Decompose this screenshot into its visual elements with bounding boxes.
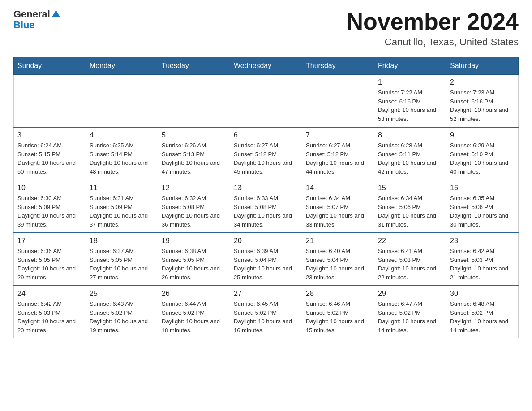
day-number: 2 xyxy=(450,78,515,86)
logo: General Blue xyxy=(13,9,60,30)
calendar-day-header: Wednesday xyxy=(230,57,302,75)
calendar-day-cell: 3Sunrise: 6:24 AMSunset: 5:15 PMDaylight… xyxy=(14,127,86,180)
day-info: Sunrise: 6:31 AMSunset: 5:09 PMDaylight:… xyxy=(90,194,154,229)
day-number: 29 xyxy=(378,290,442,298)
day-info: Sunrise: 7:22 AMSunset: 6:16 PMDaylight:… xyxy=(378,88,442,123)
calendar-day-cell: 25Sunrise: 6:43 AMSunset: 5:02 PMDayligh… xyxy=(86,286,158,338)
calendar-day-cell: 29Sunrise: 6:47 AMSunset: 5:02 PMDayligh… xyxy=(374,286,446,338)
day-info: Sunrise: 6:42 AMSunset: 5:03 PMDaylight:… xyxy=(17,300,82,334)
calendar-day-cell: 26Sunrise: 6:44 AMSunset: 5:02 PMDayligh… xyxy=(158,286,230,338)
day-info: Sunrise: 6:43 AMSunset: 5:02 PMDaylight:… xyxy=(90,300,154,334)
day-number: 6 xyxy=(234,131,298,139)
day-info: Sunrise: 6:28 AMSunset: 5:11 PMDaylight:… xyxy=(378,141,442,176)
calendar-day-cell: 10Sunrise: 6:30 AMSunset: 5:09 PMDayligh… xyxy=(14,180,86,233)
day-number: 8 xyxy=(378,131,442,139)
day-number: 30 xyxy=(450,290,515,298)
day-info: Sunrise: 6:35 AMSunset: 5:06 PMDaylight:… xyxy=(450,194,515,229)
day-info: Sunrise: 6:46 AMSunset: 5:02 PMDaylight:… xyxy=(306,300,370,334)
day-info: Sunrise: 6:30 AMSunset: 5:09 PMDaylight:… xyxy=(17,194,82,229)
calendar-day-cell: 30Sunrise: 6:48 AMSunset: 5:02 PMDayligh… xyxy=(446,286,519,338)
day-info: Sunrise: 6:26 AMSunset: 5:13 PMDaylight:… xyxy=(162,141,226,176)
calendar-day-cell: 28Sunrise: 6:46 AMSunset: 5:02 PMDayligh… xyxy=(302,286,374,338)
calendar-day-cell: 17Sunrise: 6:36 AMSunset: 5:05 PMDayligh… xyxy=(14,233,86,286)
day-info: Sunrise: 7:23 AMSunset: 6:16 PMDaylight:… xyxy=(450,88,515,123)
day-number: 21 xyxy=(306,237,370,245)
day-info: Sunrise: 6:38 AMSunset: 5:05 PMDaylight:… xyxy=(162,247,226,282)
day-info: Sunrise: 6:29 AMSunset: 5:10 PMDaylight:… xyxy=(450,141,515,176)
day-info: Sunrise: 6:48 AMSunset: 5:02 PMDaylight:… xyxy=(450,300,515,334)
calendar-day-cell: 2Sunrise: 7:23 AMSunset: 6:16 PMDaylight… xyxy=(446,75,519,128)
day-number: 4 xyxy=(90,131,154,139)
day-number: 20 xyxy=(234,237,298,245)
day-number: 7 xyxy=(306,131,370,139)
day-number: 18 xyxy=(90,237,154,245)
calendar-day-cell: 16Sunrise: 6:35 AMSunset: 5:06 PMDayligh… xyxy=(446,180,519,233)
calendar-day-cell: 15Sunrise: 6:34 AMSunset: 5:06 PMDayligh… xyxy=(374,180,446,233)
calendar-day-cell: 23Sunrise: 6:42 AMSunset: 5:03 PMDayligh… xyxy=(446,233,519,286)
calendar-day-cell xyxy=(230,75,302,128)
calendar-day-header: Friday xyxy=(374,57,446,75)
calendar-day-cell: 13Sunrise: 6:33 AMSunset: 5:08 PMDayligh… xyxy=(230,180,302,233)
day-number: 1 xyxy=(378,78,442,86)
calendar-day-cell: 9Sunrise: 6:29 AMSunset: 5:10 PMDaylight… xyxy=(446,127,519,180)
day-info: Sunrise: 6:39 AMSunset: 5:04 PMDaylight:… xyxy=(234,247,298,282)
day-info: Sunrise: 6:41 AMSunset: 5:03 PMDaylight:… xyxy=(378,247,442,282)
day-number: 16 xyxy=(450,184,515,192)
day-info: Sunrise: 6:24 AMSunset: 5:15 PMDaylight:… xyxy=(17,141,82,176)
calendar-day-cell xyxy=(158,75,230,128)
day-info: Sunrise: 6:25 AMSunset: 5:14 PMDaylight:… xyxy=(90,141,154,176)
calendar-day-cell xyxy=(86,75,158,128)
calendar-day-cell: 12Sunrise: 6:32 AMSunset: 5:08 PMDayligh… xyxy=(158,180,230,233)
day-number: 23 xyxy=(450,237,515,245)
calendar-day-cell xyxy=(302,75,374,128)
calendar-day-cell: 6Sunrise: 6:27 AMSunset: 5:12 PMDaylight… xyxy=(230,127,302,180)
day-info: Sunrise: 6:44 AMSunset: 5:02 PMDaylight:… xyxy=(162,300,226,334)
day-number: 24 xyxy=(17,290,82,298)
day-number: 26 xyxy=(162,290,226,298)
location-title: Canutillo, Texas, United States xyxy=(347,36,519,48)
day-number: 14 xyxy=(306,184,370,192)
day-number: 3 xyxy=(17,131,82,139)
calendar-day-cell: 1Sunrise: 7:22 AMSunset: 6:16 PMDaylight… xyxy=(374,75,446,128)
day-number: 22 xyxy=(378,237,442,245)
logo-general-text: General xyxy=(13,9,50,20)
calendar-day-header: Thursday xyxy=(302,57,374,75)
day-number: 5 xyxy=(162,131,226,139)
day-info: Sunrise: 6:40 AMSunset: 5:04 PMDaylight:… xyxy=(306,247,370,282)
day-number: 10 xyxy=(17,184,82,192)
calendar-day-header: Monday xyxy=(86,57,158,75)
day-info: Sunrise: 6:34 AMSunset: 5:07 PMDaylight:… xyxy=(306,194,370,229)
day-number: 9 xyxy=(450,131,515,139)
calendar-day-cell: 21Sunrise: 6:40 AMSunset: 5:04 PMDayligh… xyxy=(302,233,374,286)
day-info: Sunrise: 6:42 AMSunset: 5:03 PMDaylight:… xyxy=(450,247,515,282)
calendar-day-cell: 18Sunrise: 6:37 AMSunset: 5:05 PMDayligh… xyxy=(86,233,158,286)
day-info: Sunrise: 6:27 AMSunset: 5:12 PMDaylight:… xyxy=(306,141,370,176)
calendar-table: SundayMondayTuesdayWednesdayThursdayFrid… xyxy=(13,57,519,338)
calendar-day-cell: 14Sunrise: 6:34 AMSunset: 5:07 PMDayligh… xyxy=(302,180,374,233)
calendar-day-cell: 5Sunrise: 6:26 AMSunset: 5:13 PMDaylight… xyxy=(158,127,230,180)
day-info: Sunrise: 6:27 AMSunset: 5:12 PMDaylight:… xyxy=(234,141,298,176)
calendar-day-cell: 8Sunrise: 6:28 AMSunset: 5:11 PMDaylight… xyxy=(374,127,446,180)
logo-icon xyxy=(51,10,60,19)
day-number: 13 xyxy=(234,184,298,192)
day-number: 17 xyxy=(17,237,82,245)
calendar-day-cell: 22Sunrise: 6:41 AMSunset: 5:03 PMDayligh… xyxy=(374,233,446,286)
calendar-header-row: SundayMondayTuesdayWednesdayThursdayFrid… xyxy=(14,57,519,75)
calendar-day-cell: 20Sunrise: 6:39 AMSunset: 5:04 PMDayligh… xyxy=(230,233,302,286)
day-info: Sunrise: 6:32 AMSunset: 5:08 PMDaylight:… xyxy=(162,194,226,229)
day-number: 25 xyxy=(90,290,154,298)
day-info: Sunrise: 6:36 AMSunset: 5:05 PMDaylight:… xyxy=(17,247,82,282)
calendar-day-header: Saturday xyxy=(446,57,519,75)
title-block: November 2024 Canutillo, Texas, United S… xyxy=(347,9,519,48)
page-header: General Blue November 2024 Canutillo, Te… xyxy=(13,9,519,48)
month-title: November 2024 xyxy=(347,9,519,34)
calendar-day-cell: 24Sunrise: 6:42 AMSunset: 5:03 PMDayligh… xyxy=(14,286,86,338)
calendar-week-row: 1Sunrise: 7:22 AMSunset: 6:16 PMDaylight… xyxy=(14,75,519,128)
day-info: Sunrise: 6:37 AMSunset: 5:05 PMDaylight:… xyxy=(90,247,154,282)
calendar-week-row: 17Sunrise: 6:36 AMSunset: 5:05 PMDayligh… xyxy=(14,233,519,286)
day-info: Sunrise: 6:47 AMSunset: 5:02 PMDaylight:… xyxy=(378,300,442,334)
day-info: Sunrise: 6:45 AMSunset: 5:02 PMDaylight:… xyxy=(234,300,298,334)
calendar-week-row: 24Sunrise: 6:42 AMSunset: 5:03 PMDayligh… xyxy=(14,286,519,338)
logo-blue-text: Blue xyxy=(13,19,35,30)
calendar-day-cell: 4Sunrise: 6:25 AMSunset: 5:14 PMDaylight… xyxy=(86,127,158,180)
